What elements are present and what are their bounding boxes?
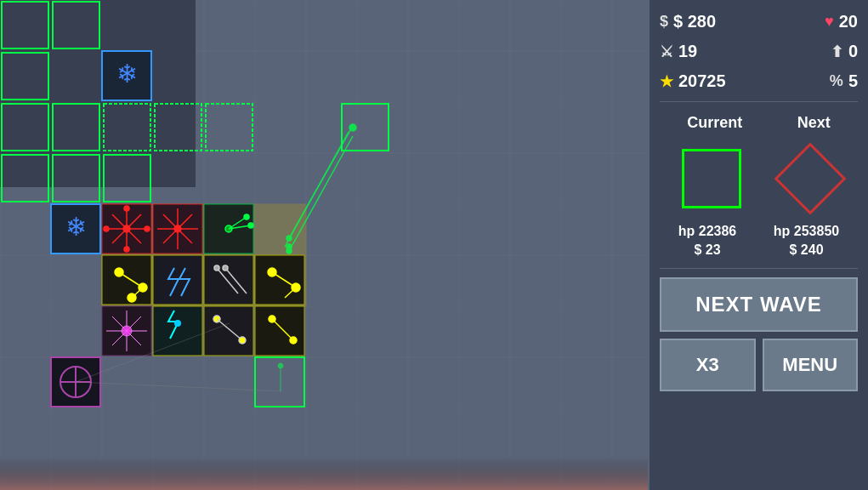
- divider-2: [660, 268, 858, 269]
- current-stats-col: hp 22386 $ 23: [678, 224, 736, 258]
- percent-stat: % 5: [830, 71, 858, 91]
- current-next-labels: Current Next: [660, 111, 858, 135]
- svg-rect-105: [255, 306, 304, 356]
- svg-rect-72: [102, 255, 151, 305]
- arrow-value: 0: [848, 42, 858, 61]
- svg-rect-24: [0, 0, 196, 187]
- svg-point-98: [122, 326, 132, 336]
- next-stats-col: hp 253850 $ 240: [774, 224, 839, 258]
- divider-1: [660, 101, 858, 102]
- svg-text:❄: ❄: [65, 213, 87, 241]
- game-area: ❄ ❄: [0, 0, 648, 490]
- svg-point-53: [124, 247, 129, 252]
- svg-point-71: [248, 223, 253, 228]
- next-label: Next: [797, 114, 831, 132]
- svg-text:❄: ❄: [116, 60, 138, 88]
- hearts-value: 20: [839, 12, 858, 31]
- star-stat: ★ 20725: [660, 71, 726, 91]
- sword-value: 19: [678, 42, 697, 61]
- sword-icon: ⚔: [660, 43, 673, 61]
- next-hp: hp 253850: [774, 224, 839, 239]
- sword-stat: ⚔ 19: [660, 42, 697, 61]
- svg-point-114: [286, 248, 292, 254]
- svg-rect-99: [153, 306, 202, 356]
- svg-point-117: [278, 363, 283, 368]
- heart-icon: ♥: [825, 13, 834, 31]
- arrow-stat: ⬆ 0: [831, 42, 858, 61]
- current-label: Current: [687, 114, 742, 132]
- sword-arrow-row: ⚔ 19 ⬆ 0: [660, 40, 858, 63]
- percent-icon: %: [830, 72, 843, 90]
- menu-button[interactable]: MENU: [763, 339, 859, 391]
- svg-point-52: [124, 206, 129, 211]
- star-icon: ★: [660, 72, 673, 91]
- svg-point-104: [239, 337, 246, 344]
- enemy-display: [660, 142, 858, 215]
- next-wave-button[interactable]: NEXT WAVE: [660, 277, 858, 332]
- sidebar: $ $ 280 ♥ 20 ⚔ 19 ⬆ 0 ★ 20725 % 5 Curren…: [648, 0, 868, 490]
- svg-point-100: [174, 320, 181, 327]
- svg-point-55: [145, 226, 150, 231]
- svg-point-70: [244, 214, 249, 219]
- svg-rect-125: [0, 456, 648, 490]
- svg-point-51: [123, 225, 130, 232]
- svg-rect-84: [255, 255, 304, 305]
- star-value: 20725: [678, 71, 726, 91]
- arrow-up-icon: ⬆: [831, 43, 843, 61]
- money-hearts-row: $ $ 280 ♥ 20: [660, 10, 858, 33]
- current-hp: hp 22386: [678, 224, 736, 239]
- svg-point-82: [214, 265, 219, 271]
- next-enemy-box: [774, 143, 847, 215]
- bottom-buttons-row: X3 MENU: [660, 339, 858, 391]
- percent-value: 5: [848, 71, 858, 91]
- current-money: $ 23: [694, 242, 720, 258]
- svg-rect-79: [204, 255, 253, 305]
- x3-button[interactable]: X3: [660, 339, 756, 391]
- svg-rect-101: [204, 306, 253, 356]
- money-stat: $ $ 280: [660, 12, 716, 31]
- money-icon: $: [660, 13, 668, 31]
- money-value: $ 280: [673, 12, 716, 31]
- svg-point-77: [128, 293, 136, 302]
- current-enemy-box: [682, 149, 741, 208]
- next-money: $ 240: [790, 242, 824, 258]
- hp-row: hp 22386 $ 23 hp 253850 $ 240: [660, 222, 858, 259]
- svg-point-112: [286, 236, 292, 241]
- svg-point-54: [104, 226, 109, 231]
- svg-point-115: [349, 124, 356, 131]
- svg-point-83: [223, 265, 228, 271]
- svg-point-108: [290, 337, 297, 344]
- star-percent-row: ★ 20725 % 5: [660, 70, 858, 93]
- hearts-stat: ♥ 20: [825, 12, 858, 31]
- svg-point-65: [174, 225, 181, 232]
